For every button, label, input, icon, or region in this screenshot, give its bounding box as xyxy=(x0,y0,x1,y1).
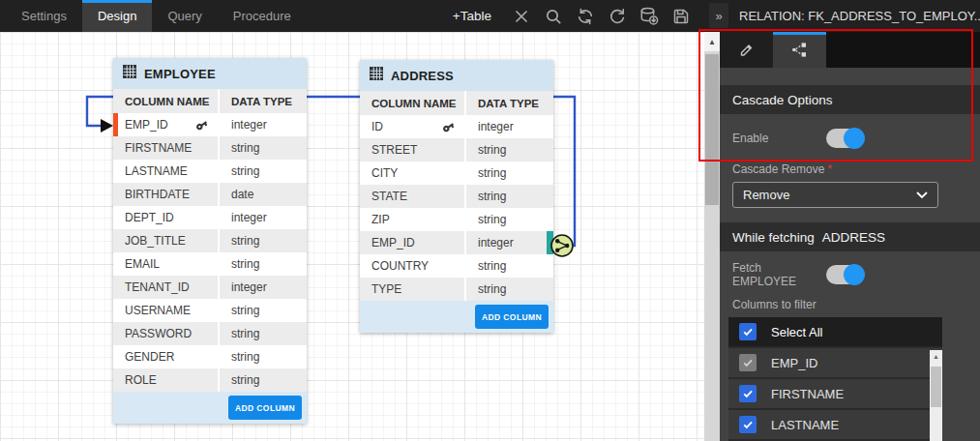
cascade-remove-select[interactable]: Remove xyxy=(732,182,938,208)
relation-icon xyxy=(790,41,809,59)
fetching-table-name: ADDRESS xyxy=(822,230,885,245)
table-row[interactable]: TYPEstring xyxy=(360,278,553,301)
relation-tab[interactable] xyxy=(773,32,826,68)
table-card-address[interactable]: ADDRESS COLUMN NAME DATA TYPE ID integer… xyxy=(360,60,553,333)
db-export-icon[interactable] xyxy=(637,4,662,29)
mode-tabs: Settings Design Query Procedure xyxy=(0,0,307,32)
checkbox-checked-icon[interactable] xyxy=(739,385,757,402)
table-row[interactable]: DEPT_IDinteger xyxy=(113,206,307,229)
table-header-employee[interactable]: EMPLOYEE xyxy=(113,58,307,89)
table-header-address[interactable]: ADDRESS xyxy=(360,60,553,91)
column-headers: COLUMN NAME DATA TYPE xyxy=(113,89,307,113)
table-row[interactable]: STREETstring xyxy=(360,138,553,162)
scroll-up-icon[interactable]: ▲ xyxy=(704,32,720,51)
list-item-firstname[interactable]: FIRSTNAME xyxy=(728,379,942,410)
fetch-employee-row: Fetch EMPLOYEE xyxy=(720,251,980,298)
col-header-type: DATA TYPE xyxy=(466,98,553,109)
panel-title: RELATION: FK_ADDRESS_TO_EMPLOY... xyxy=(728,0,980,32)
selected-row-marker xyxy=(113,113,118,136)
table-row[interactable]: CITYstring xyxy=(360,162,553,185)
table-row[interactable]: FIRSTNAMEstring xyxy=(113,136,307,160)
table-row-fk-emp-id[interactable]: EMP_ID integer xyxy=(360,231,553,254)
fetch-employee-label: Fetch EMPLOYEE xyxy=(732,261,826,288)
checkbox-checked-icon[interactable] xyxy=(739,416,757,433)
fetch-employee-toggle[interactable] xyxy=(826,265,863,284)
list-item-lastname[interactable]: LASTNAME xyxy=(728,410,942,441)
search-icon[interactable] xyxy=(541,4,566,29)
list-item-label: EMP_ID xyxy=(771,356,817,370)
tab-design[interactable]: Design xyxy=(82,0,152,32)
table-row[interactable]: BIRTHDATEdate xyxy=(113,183,307,206)
table-row[interactable]: ZIPstring xyxy=(360,208,553,231)
add-column-button[interactable]: ADD COLUMN xyxy=(475,305,549,329)
table-footer: ADD COLUMN xyxy=(360,301,553,333)
columns-to-filter-label: Columns to filter xyxy=(720,298,980,311)
cascade-options-header: Cascade Options xyxy=(720,85,980,114)
table-grid-icon xyxy=(123,65,136,82)
redo-icon[interactable] xyxy=(605,4,630,29)
add-table-button[interactable]: +Table xyxy=(447,0,497,32)
list-vertical-scrollbar[interactable]: ▲ xyxy=(930,350,942,441)
table-title: EMPLOYEE xyxy=(144,67,216,81)
list-item-emp-id[interactable]: EMP_ID xyxy=(728,348,942,379)
select-value: Remove xyxy=(743,188,789,202)
col-header-name: COLUMN NAME xyxy=(360,91,466,115)
toggle-knob xyxy=(844,264,865,285)
table-grid-icon xyxy=(370,67,383,84)
save-icon[interactable] xyxy=(668,4,694,29)
columns-filter-list: Select All EMP_ID FIRSTNAME LASTNAME xyxy=(728,317,942,441)
design-canvas[interactable]: EMPLOYEE COLUMN NAME DATA TYPE EMP_ID in… xyxy=(0,32,704,441)
checkbox-checked-icon[interactable] xyxy=(739,323,757,340)
edit-pencil-icon xyxy=(737,41,756,59)
while-fetching-header: While fetching ADDRESS xyxy=(720,222,980,251)
close-icon[interactable] xyxy=(509,4,534,29)
panel-collapse-button[interactable]: » xyxy=(709,3,728,28)
enable-toggle[interactable] xyxy=(826,129,863,148)
table-row[interactable]: JOB_TITLEstring xyxy=(113,229,307,252)
scrollbar-thumb[interactable] xyxy=(931,367,941,407)
col-header-name: COLUMN NAME xyxy=(113,89,220,113)
primary-key-icon xyxy=(442,121,455,133)
select-all-label: Select All xyxy=(771,325,822,339)
column-headers: COLUMN NAME DATA TYPE xyxy=(360,91,553,115)
list-item-label: LASTNAME xyxy=(771,418,839,432)
table-row[interactable]: PASSWORDstring xyxy=(113,322,307,345)
primary-key-icon xyxy=(195,119,208,132)
add-column-button[interactable]: ADD COLUMN xyxy=(228,396,302,420)
table-row[interactable]: COUNTRYstring xyxy=(360,254,553,278)
table-title: ADDRESS xyxy=(391,69,454,83)
required-asterisk: * xyxy=(827,162,832,176)
chevron-down-icon xyxy=(916,191,928,199)
table-row[interactable]: TENANT_IDinteger xyxy=(113,276,307,299)
table-card-employee[interactable]: EMPLOYEE COLUMN NAME DATA TYPE EMP_ID in… xyxy=(113,58,307,424)
app-window: Settings Design Query Procedure +Table xyxy=(0,0,980,441)
cascade-remove-label: Cascade Remove* xyxy=(720,162,980,176)
table-row[interactable]: EMAILstring xyxy=(113,252,307,276)
table-footer: ADD COLUMN xyxy=(113,392,307,424)
fk-row-marker xyxy=(547,231,553,254)
toolbar-icons xyxy=(509,0,694,32)
table-row[interactable]: USERNAMEstring xyxy=(113,299,307,322)
tab-settings[interactable]: Settings xyxy=(6,0,82,32)
canvas-vertical-scrollbar[interactable]: ▲ xyxy=(704,32,720,441)
edit-pencil-tab[interactable] xyxy=(720,32,773,68)
col-header-type: DATA TYPE xyxy=(220,96,307,107)
list-item-label: FIRSTNAME xyxy=(771,387,844,401)
enable-label: Enable xyxy=(732,132,826,145)
table-row[interactable]: STATEstring xyxy=(360,185,553,208)
panel-tabs xyxy=(720,32,980,68)
table-row-id[interactable]: ID integer xyxy=(360,115,553,138)
table-row-emp-id[interactable]: EMP_ID integer xyxy=(113,113,307,136)
table-row[interactable]: ROLEstring xyxy=(113,368,307,392)
sync-icon[interactable] xyxy=(573,4,598,29)
toggle-knob xyxy=(844,128,865,149)
checkbox-disabled-icon xyxy=(739,354,757,371)
table-row[interactable]: LASTNAMEstring xyxy=(113,160,307,183)
select-all-item[interactable]: Select All xyxy=(728,317,942,348)
tab-query[interactable]: Query xyxy=(152,0,217,32)
tab-procedure[interactable]: Procedure xyxy=(218,0,307,32)
relation-properties-panel: Cascade Options Enable Cascade Remove* R… xyxy=(720,32,980,441)
scroll-up-icon[interactable]: ▲ xyxy=(930,350,942,363)
scrollbar-thumb[interactable] xyxy=(705,54,719,205)
table-row[interactable]: GENDERstring xyxy=(113,345,307,368)
